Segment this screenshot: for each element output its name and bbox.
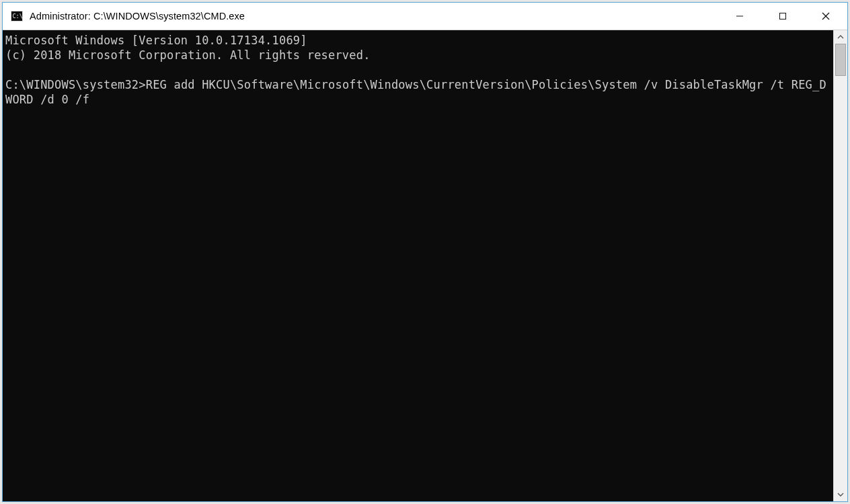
svg-text:C:\: C:\ — [13, 13, 23, 19]
vertical-scrollbar[interactable] — [833, 30, 847, 501]
console-output[interactable]: Microsoft Windows [Version 10.0.17134.10… — [3, 30, 833, 501]
client-area: Microsoft Windows [Version 10.0.17134.10… — [3, 30, 847, 501]
close-button[interactable] — [804, 3, 847, 30]
prompt: C:\WINDOWS\system32> — [5, 78, 146, 91]
svg-rect-4 — [780, 13, 786, 19]
maximize-button[interactable] — [761, 3, 804, 30]
banner-line-2: (c) 2018 Microsoft Corporation. All righ… — [5, 48, 371, 62]
cmd-window: C:\ Administrator: C:\WINDOWS\system32\C… — [2, 2, 848, 502]
scroll-down-button[interactable] — [834, 488, 847, 501]
window-controls — [718, 3, 847, 30]
scroll-thumb[interactable] — [835, 44, 846, 76]
scroll-track[interactable] — [834, 44, 847, 488]
titlebar[interactable]: C:\ Administrator: C:\WINDOWS\system32\C… — [3, 3, 847, 30]
window-title: Administrator: C:\WINDOWS\system32\CMD.e… — [30, 11, 245, 22]
cmd-icon: C:\ — [11, 11, 23, 22]
banner-line-1: Microsoft Windows [Version 10.0.17134.10… — [5, 34, 307, 47]
minimize-button[interactable] — [718, 3, 761, 30]
scroll-up-button[interactable] — [834, 30, 847, 44]
